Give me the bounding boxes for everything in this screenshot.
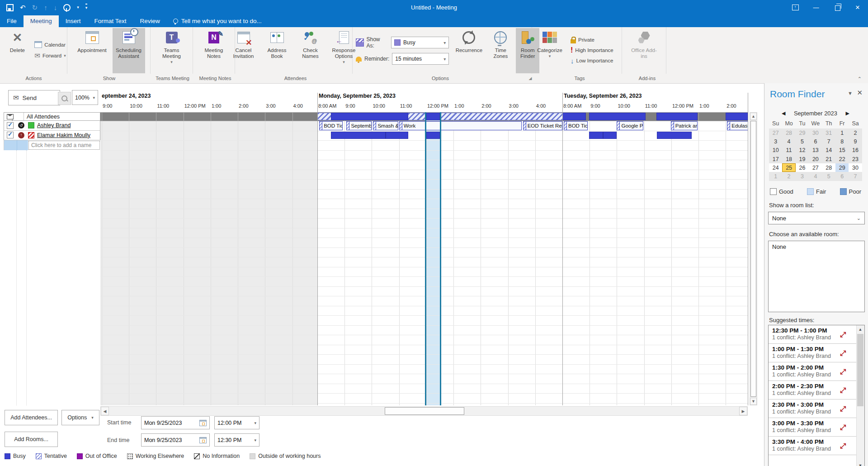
suggested-time-item[interactable]: 1:30 PM - 2:00 PM1 conflict: Ashley Bran… bbox=[769, 362, 857, 381]
reminder-dropdown[interactable]: 15 minutes▾ bbox=[392, 53, 449, 65]
appointment-block[interactable]: Work bbox=[399, 121, 522, 130]
add-attendee-row[interactable]: Click here to add a name bbox=[4, 140, 100, 150]
calendar-day[interactable]: 30 bbox=[809, 128, 822, 137]
attendee-row-elamar[interactable]: ↑ Elamar Hakim Moully bbox=[4, 131, 100, 141]
delete-button[interactable]: ✕ Delete bbox=[1, 28, 33, 73]
low-importance-button[interactable]: ↓ Low Importance bbox=[571, 57, 613, 65]
calendar-day[interactable]: 21 bbox=[822, 155, 835, 163]
suggested-time-item[interactable]: 3:00 PM - 3:30 PM1 conflict: Ashley Bran… bbox=[769, 418, 857, 437]
ribbon-display-options-button[interactable]: ↑ bbox=[785, 0, 806, 15]
available-room-listbox[interactable]: None bbox=[768, 241, 865, 312]
add-attendee-placeholder[interactable]: Click here to add a name bbox=[28, 141, 100, 150]
forward-button[interactable]: ✉ Forward▾ bbox=[34, 52, 66, 60]
attendee-name[interactable]: Elamar Hakim Moully bbox=[37, 132, 90, 138]
busy-block[interactable] bbox=[331, 132, 385, 139]
down-arrow-icon[interactable]: ↓ bbox=[54, 4, 57, 11]
options-button[interactable]: Options▾ bbox=[61, 410, 99, 425]
suggested-time-item[interactable]: 2:30 PM - 3:00 PM1 conflict: Ashley Bran… bbox=[769, 399, 857, 418]
scheduling-assistant-button[interactable]: Scheduling Assistant bbox=[113, 28, 145, 73]
appointment-block[interactable]: Septembe bbox=[346, 121, 372, 130]
zoom-dropdown[interactable]: 100%▾ bbox=[72, 90, 98, 105]
tab-meeting[interactable]: Meeting bbox=[24, 15, 59, 27]
busy-block[interactable] bbox=[426, 132, 440, 139]
calendar-day[interactable]: 22 bbox=[835, 155, 849, 163]
end-time-dropdown[interactable]: 12:30 PM▾ bbox=[214, 433, 259, 447]
calendar-day[interactable]: 23 bbox=[849, 155, 862, 163]
calendar-day[interactable]: 19 bbox=[796, 155, 809, 163]
undo-icon[interactable]: ↶ bbox=[20, 4, 26, 11]
calendar-day[interactable]: 6 bbox=[835, 172, 849, 181]
appointment-block[interactable]: Google P bbox=[617, 121, 643, 130]
calendar-day[interactable]: 31 bbox=[822, 128, 835, 137]
calendar-day[interactable]: 6 bbox=[809, 137, 822, 146]
calendar-day[interactable]: 2 bbox=[849, 128, 862, 137]
redo-icon[interactable]: ↻ bbox=[32, 4, 38, 11]
save-icon[interactable] bbox=[6, 4, 14, 11]
calendar-day[interactable]: 13 bbox=[809, 146, 822, 155]
calendar-day[interactable]: 26 bbox=[796, 163, 809, 172]
calendar-day[interactable]: 28 bbox=[782, 128, 795, 137]
calendar-day-today[interactable]: 29 bbox=[835, 163, 849, 172]
room-list-dropdown[interactable]: None⌄ bbox=[768, 212, 865, 224]
tab-format-text[interactable]: Format Text bbox=[88, 15, 133, 27]
calendar-day[interactable]: 3 bbox=[769, 137, 782, 146]
calendar-day[interactable]: 18 bbox=[782, 155, 795, 163]
add-attendees-button[interactable]: Add Attendees... bbox=[5, 410, 58, 425]
prev-month-icon[interactable]: ◀ bbox=[782, 110, 785, 116]
suggested-times-scrollbar[interactable]: ▲ ▼ bbox=[856, 325, 864, 466]
up-arrow-icon[interactable]: ↑ bbox=[44, 4, 47, 11]
attendee-checkbox[interactable] bbox=[7, 122, 14, 129]
tab-insert[interactable]: Insert bbox=[59, 15, 88, 27]
add-rooms-button[interactable]: Add Rooms... bbox=[5, 432, 58, 447]
restore-button[interactable] bbox=[826, 0, 847, 15]
appointment-block[interactable]: BOD Tick bbox=[319, 121, 343, 130]
calendar-day[interactable]: 16 bbox=[849, 146, 862, 155]
customize-qat-icon[interactable]: ▾ bbox=[85, 4, 88, 11]
calendar-day[interactable]: 29 bbox=[796, 128, 809, 137]
tell-me-box[interactable]: Tell me what you want to do... bbox=[173, 18, 262, 27]
office-addins-button[interactable]: Office Add-ins bbox=[628, 28, 660, 73]
start-time-dropdown[interactable]: 12:00 PM▾ bbox=[214, 416, 259, 429]
busy-block[interactable] bbox=[589, 132, 603, 139]
calendar-day[interactable]: 4 bbox=[809, 172, 822, 181]
scrollbar-thumb[interactable] bbox=[385, 407, 464, 415]
calendar-day[interactable]: 1 bbox=[835, 128, 849, 137]
grid-horizontal-scrollbar[interactable]: ◀ ▶ bbox=[100, 406, 748, 416]
calendar-day[interactable]: 7 bbox=[822, 137, 835, 146]
scroll-down-icon[interactable]: ▼ bbox=[857, 461, 864, 466]
categorize-button[interactable]: Categorize▾ bbox=[533, 28, 566, 73]
busy-block[interactable] bbox=[657, 132, 692, 139]
tab-file[interactable]: File bbox=[0, 15, 24, 27]
selected-time-start-handle[interactable] bbox=[425, 112, 426, 405]
touch-mode-caret-icon[interactable]: ▾ bbox=[77, 4, 79, 11]
calendar-day[interactable]: 5 bbox=[822, 172, 835, 181]
minimize-button[interactable]: — bbox=[806, 0, 826, 15]
appointment-button[interactable]: Appointment bbox=[73, 28, 112, 73]
calendar-day[interactable]: 5 bbox=[796, 137, 809, 146]
calendar-day-selected[interactable]: 25 bbox=[782, 163, 795, 172]
calendar-day[interactable]: 8 bbox=[835, 137, 849, 146]
tab-review[interactable]: Review bbox=[133, 15, 167, 27]
selected-time-end-handle[interactable] bbox=[440, 112, 441, 405]
send-button[interactable]: ✉ Send bbox=[8, 90, 60, 105]
end-date-field[interactable]: Mon 9/25/2023 bbox=[141, 433, 210, 447]
start-date-field[interactable]: Mon 9/25/2023 bbox=[141, 416, 210, 429]
show-as-dropdown[interactable]: Busy ▾ bbox=[391, 37, 449, 48]
cancel-invitation-button[interactable]: Cancel Invitation bbox=[227, 28, 260, 73]
calendar-day[interactable]: 30 bbox=[849, 163, 862, 172]
suggested-time-item[interactable]: 1:00 PM - 1:30 PM1 conflict: Ashley Bran… bbox=[769, 344, 857, 362]
appointment-block[interactable]: Smash & bbox=[373, 121, 398, 130]
suggested-time-item[interactable]: 2:00 PM - 2:30 PM1 conflict: Ashley Bran… bbox=[769, 381, 857, 399]
address-book-button[interactable]: Address Book bbox=[261, 28, 293, 73]
calendar-day[interactable]: 24 bbox=[769, 163, 782, 172]
scroll-up-icon[interactable]: ▲ bbox=[857, 325, 864, 333]
teams-meeting-button[interactable]: T Teams Meeting▾ bbox=[156, 28, 188, 73]
calendar-day[interactable]: 17 bbox=[769, 155, 782, 163]
date-picker-icon[interactable] bbox=[199, 420, 207, 426]
appointment-block[interactable]: BOD Tick bbox=[564, 121, 588, 130]
attendee-checkbox[interactable] bbox=[7, 132, 14, 138]
appointment-block[interactable]: Edulasti bbox=[727, 121, 748, 130]
time-zones-button[interactable]: Time Zones bbox=[489, 28, 512, 73]
check-names-button[interactable]: ✓@ Check Names bbox=[294, 28, 327, 73]
busy-block[interactable] bbox=[603, 132, 617, 139]
